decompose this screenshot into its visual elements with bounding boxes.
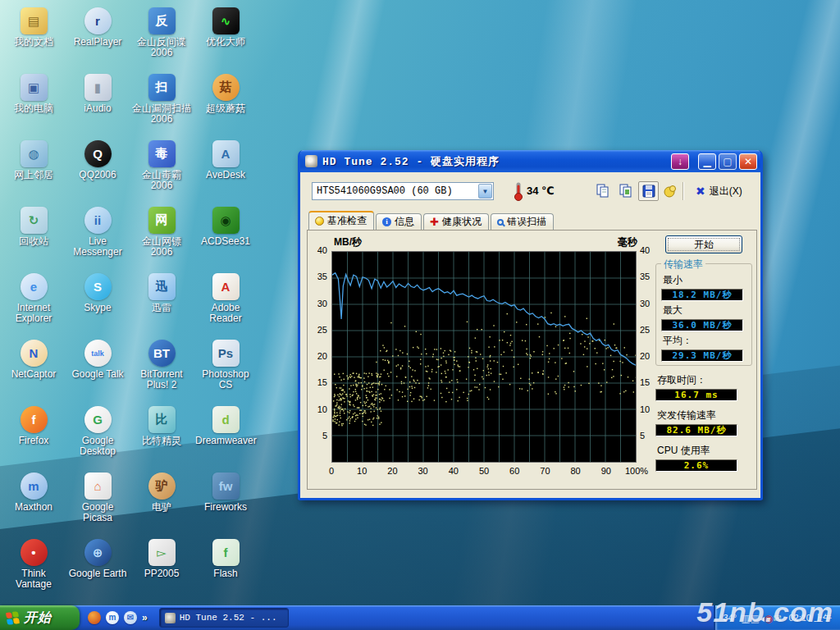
desktop-icon-google-picasa[interactable]: ⌂Google Picasa bbox=[66, 468, 130, 535]
desktop-icon-xunlei[interactable]: 迅迅雷 bbox=[130, 269, 194, 336]
desktop-icon-maxthon[interactable]: mMaxthon bbox=[2, 468, 66, 535]
x-tick: 20 bbox=[378, 466, 406, 476]
chevron-down-icon[interactable]: ▼ bbox=[478, 184, 492, 199]
maxthon-quicklaunch-icon[interactable]: m bbox=[106, 611, 119, 624]
tab-label: 信息 bbox=[395, 215, 414, 229]
y-tick-left: 20 bbox=[308, 351, 327, 361]
desktop-icon-google-talk[interactable]: talkGoogle Talk bbox=[66, 336, 130, 402]
desktop-icon-flash[interactable]: fFlash bbox=[194, 535, 258, 601]
qq2006-icon: Q bbox=[84, 140, 112, 167]
desktop-icon-bitspirit[interactable]: 比比特精灵 bbox=[130, 402, 194, 468]
skype-icon: S bbox=[84, 273, 112, 300]
desktop-icon-kingsoft-antispy-2006[interactable]: 反金山反间谍 2006 bbox=[130, 3, 194, 70]
desktop-icon-label: Firefox bbox=[19, 436, 49, 446]
recycle-bin-icon: ↻ bbox=[21, 207, 48, 234]
tray-display-icon[interactable]: ▥ bbox=[741, 613, 750, 624]
tab-info[interactable]: i信息 bbox=[376, 213, 422, 230]
desktop-icon-google-desktop[interactable]: GGoogle Desktop bbox=[66, 402, 130, 468]
desktop-icon-acdsee31[interactable]: ◉ACDSee31 bbox=[194, 203, 258, 269]
desktop-icon-my-documents[interactable]: ▤我的文档 bbox=[2, 3, 66, 70]
desktop-icon-firefox[interactable]: fFirefox bbox=[2, 402, 66, 468]
tray-icons: ▥▥◂◉✉ bbox=[741, 610, 781, 625]
exit-x-icon: ✖ bbox=[696, 185, 705, 198]
desktop-icon-kingsoft-scan-2006[interactable]: 扫金山漏洞扫描 2006 bbox=[130, 70, 194, 136]
tab-error-scan[interactable]: 错误扫描 bbox=[491, 213, 554, 230]
firefox-quicklaunch-icon[interactable] bbox=[88, 611, 101, 624]
desktop-icon-label: Maxthon bbox=[15, 502, 52, 513]
kingsoft-duba-2006-icon: 毒 bbox=[148, 140, 176, 167]
realplayer-icon: r bbox=[84, 7, 112, 34]
desktop-icon-qq2006[interactable]: QQQ2006 bbox=[66, 136, 130, 203]
transfer-rate-group: 传输速率 最小18.2 MB/秒最大36.0 MB/秒平均：29.3 MB/秒 bbox=[655, 263, 752, 366]
desktop-icon-network-places[interactable]: ◍网上邻居 bbox=[2, 136, 66, 203]
desktop-icon-kingsoft-wangbiao-2006[interactable]: 网金山网镖 2006 bbox=[130, 203, 194, 269]
close-button[interactable]: ✕ bbox=[739, 153, 757, 170]
y-tick-left: 10 bbox=[308, 404, 327, 414]
desktop-icon-label: ACDSee31 bbox=[201, 236, 250, 247]
window-titlebar[interactable]: HD Tune 2.52 - 硬盘实用程序 ↓ ▁ ▢ ✕ bbox=[300, 150, 760, 172]
desktop-icon-youhua-dashi[interactable]: ∿优化大师 bbox=[194, 3, 258, 70]
internet-explorer-icon: e bbox=[21, 273, 48, 300]
benchmark-chart bbox=[331, 251, 637, 463]
outlook-express-quicklaunch-icon[interactable]: ✉ bbox=[124, 611, 137, 624]
maximize-button[interactable]: ▢ bbox=[719, 153, 737, 170]
desktop-icon-bittorrent-plus2[interactable]: BTBitTorrent Plus! 2 bbox=[130, 336, 194, 402]
x-tick: 90 bbox=[592, 466, 620, 476]
x-tick: 60 bbox=[500, 466, 528, 476]
desktop-icon-my-computer[interactable]: ▣我的电脑 bbox=[2, 70, 66, 136]
tray-mail-icon[interactable]: ✉ bbox=[773, 613, 781, 624]
benchmark-tab-page: MB/秒 毫秒 55101015152020252530303535404001… bbox=[307, 230, 757, 490]
desktop-icon-dreamweaver[interactable]: dDreamweaver bbox=[194, 402, 258, 468]
start-benchmark-button[interactable]: 开始 bbox=[665, 235, 742, 253]
desktop-icon-label: 我的文档 bbox=[14, 37, 53, 48]
bitspirit-icon: 比 bbox=[148, 406, 176, 433]
start-menu-label: 开始 bbox=[24, 609, 52, 627]
min-value: 18.2 MB/秒 bbox=[661, 289, 743, 301]
donate-icon[interactable] bbox=[660, 181, 680, 201]
window-title: HD Tune 2.52 - 硬盘实用程序 bbox=[322, 154, 669, 169]
quick-launch-chevron-icon[interactable]: » bbox=[142, 612, 148, 623]
desktop-icon-photoshop-cs[interactable]: PsPhotoshop CS bbox=[194, 336, 258, 402]
hdtune-task-button[interactable]: HD Tune 2.52 - ... bbox=[159, 608, 289, 628]
desktop-icon-recycle-bin[interactable]: ↻回收站 bbox=[2, 203, 66, 269]
y-tick-left: 30 bbox=[308, 299, 327, 308]
desktop-icon-edonkey[interactable]: 驴电驴 bbox=[130, 468, 194, 535]
desktop-icon-avedesk[interactable]: AAveDesk bbox=[194, 136, 258, 203]
desktop-icon-fireworks[interactable]: fwFireworks bbox=[194, 468, 258, 535]
drive-select-combo[interactable]: HTS541060G9SA00 (60 GB) ▼ bbox=[312, 182, 494, 200]
desktop-icon-netcaptor[interactable]: NNetCaptor bbox=[2, 336, 66, 402]
taskbar-clock: 02:10 上午 bbox=[788, 612, 832, 624]
tab-health[interactable]: ✚健康状况 bbox=[423, 213, 489, 230]
desktop-icon-pp2005[interactable]: ▻PP2005 bbox=[130, 535, 194, 601]
tab-label: 基准检查 bbox=[327, 214, 367, 228]
desktop-icon-internet-explorer[interactable]: eInternet Explorer bbox=[2, 269, 66, 336]
adobe-reader-icon: A bbox=[212, 273, 240, 300]
minimize-button[interactable]: ▁ bbox=[698, 153, 716, 170]
cpu-usage-value: 2.6% bbox=[655, 459, 737, 472]
tray-guard-icon[interactable]: ◉ bbox=[765, 613, 773, 624]
skin-download-button[interactable]: ↓ bbox=[671, 153, 689, 170]
desktop-icon-adobe-reader[interactable]: AAdobe Reader bbox=[194, 269, 258, 336]
desktop-icon-super-mushroom[interactable]: 菇超级蘑菇 bbox=[194, 70, 258, 136]
toolbar-separator bbox=[682, 182, 683, 200]
exit-button[interactable]: ✖ 退出(X) bbox=[692, 182, 746, 200]
desktop-icon-kingsoft-duba-2006[interactable]: 毒金山毒霸 2006 bbox=[130, 136, 194, 203]
avg-value: 29.3 MB/秒 bbox=[661, 349, 743, 362]
tray-network-offline-icon[interactable]: ▥ bbox=[750, 613, 759, 624]
tab-benchmark[interactable]: 基准检查 bbox=[308, 211, 374, 230]
start-menu-button[interactable]: 开始 bbox=[0, 605, 80, 630]
copy-icon[interactable] bbox=[592, 181, 613, 201]
desktop-icon-live-messenger[interactable]: iiLive Messenger bbox=[66, 203, 130, 269]
desktop-icon-realplayer[interactable]: rRealPlayer bbox=[66, 3, 130, 70]
desktop-icon-google-earth[interactable]: ⊕Google Earth bbox=[66, 535, 130, 601]
desktop-icon-thinkvantage[interactable]: •Think Vantage bbox=[2, 535, 66, 601]
desktop-icon-skype[interactable]: SSkype bbox=[66, 269, 130, 336]
super-mushroom-icon: 菇 bbox=[212, 74, 240, 101]
desktop-icon-iaudio[interactable]: ▮iAudio bbox=[66, 70, 130, 136]
health-icon: ✚ bbox=[430, 217, 439, 226]
desktop-icon-label: Think Vantage bbox=[3, 568, 64, 590]
copy-image-icon[interactable] bbox=[615, 181, 636, 201]
desktop-icon-label: Live Messenger bbox=[67, 236, 128, 258]
y-tick-left: 40 bbox=[308, 245, 327, 255]
save-icon[interactable] bbox=[638, 181, 659, 201]
